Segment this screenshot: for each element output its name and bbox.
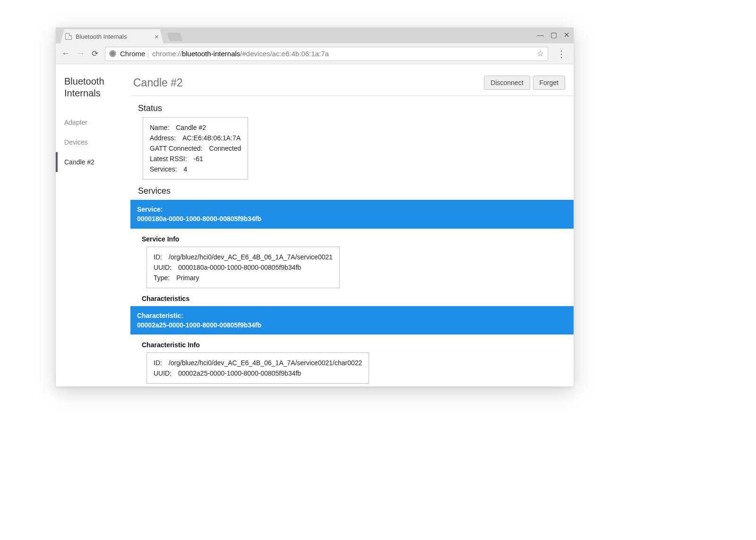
char-header-uuid: 00002a25-0000-1000-8000-00805f9b34fb [137, 321, 261, 329]
status-name-value: Candle #2 [176, 124, 206, 131]
sidebar-title-l2: Internals [64, 88, 101, 98]
new-tab-button[interactable] [167, 33, 183, 41]
url-prefix: chrome:// [152, 50, 182, 58]
reload-button[interactable]: ⟳ [92, 49, 98, 59]
characteristic-header[interactable]: Characteristic: 00002a25-0000-1000-8000-… [130, 306, 574, 335]
service-uuid-value: 0000180a-0000-1000-8000-00805f9b34fb [178, 264, 301, 271]
service-info-box: ID:/org/bluez/hci0/dev_AC_E6_4B_06_1A_7A… [146, 247, 340, 288]
chrome-menu-icon[interactable]: ⋮ [555, 48, 568, 60]
services-heading: Services [130, 180, 574, 200]
char-info-heading: Characteristic Info [130, 334, 574, 352]
status-address-value: AC:E6:4B:06:1A:7A [182, 134, 241, 142]
toolbar: ← → ⟳ Chrome chrome://bluetooth-internal… [56, 43, 574, 64]
char-info-box: ID:/org/bluez/hci0/dev_AC_E6_4B_06_1A_7A… [146, 352, 369, 384]
service-info-heading: Service Info [130, 229, 574, 247]
service-type-label: Type: [154, 274, 170, 282]
sidebar-item-candle[interactable]: Candle #2 [56, 152, 130, 172]
status-gatt-value: Connected [209, 145, 241, 152]
service-uuid-label: UUID: [154, 264, 172, 271]
forward-button[interactable]: → [77, 49, 85, 59]
characteristics-heading: Characteristics [130, 288, 574, 306]
service-header-uuid: 0000180a-0000-1000-8000-00805f9b34fb [137, 215, 261, 223]
sidebar-item-devices[interactable]: Devices [56, 132, 130, 152]
forget-button[interactable]: Forget [533, 76, 565, 90]
site-info-icon[interactable] [109, 50, 116, 57]
browser-window: Bluetooth Internals × — ▢ ✕ ← → ⟳ Chrome… [56, 27, 574, 386]
status-box: Name:Candle #2 Address:AC:E6:4B:06:1A:7A… [143, 117, 248, 180]
service-type-value: Primary [176, 274, 199, 282]
url-scheme: Chrome [120, 50, 145, 58]
back-button[interactable]: ← [61, 49, 70, 59]
tab-strip: Bluetooth Internals × — ▢ ✕ [56, 27, 574, 43]
status-services-value: 4 [184, 165, 188, 173]
minimize-icon[interactable]: — [537, 31, 544, 38]
sidebar-title: Bluetooth Internals [56, 76, 130, 112]
service-id-value: /org/bluez/hci0/dev_AC_E6_4B_06_1A_7A/se… [169, 253, 333, 261]
url-host: bluetooth-internals [182, 50, 240, 58]
sidebar-title-l1: Bluetooth [64, 76, 104, 86]
char-uuid-label: UUID: [154, 369, 172, 377]
service-header-label: Service: [137, 206, 163, 213]
sidebar: Bluetooth Internals Adapter Devices Cand… [56, 64, 130, 386]
disconnect-button[interactable]: Disconnect [484, 76, 530, 90]
separator [148, 50, 148, 58]
scroll-area: Status Name:Candle #2 Address:AC:E6:4B:0… [130, 96, 574, 386]
browser-tab[interactable]: Bluetooth Internals × [60, 29, 163, 43]
file-icon [65, 33, 72, 40]
close-window-icon[interactable]: ✕ [564, 31, 570, 38]
window-controls: — ▢ ✕ [537, 31, 570, 38]
char-id-label: ID: [154, 359, 162, 367]
status-name-label: Name: [150, 124, 169, 131]
sidebar-item-label: Candle #2 [64, 158, 94, 166]
page-title: Candle #2 [133, 77, 183, 89]
status-services-label: Services: [150, 165, 177, 173]
service-id-label: ID: [154, 253, 162, 261]
sidebar-item-adapter[interactable]: Adapter [56, 112, 130, 132]
url-suffix: /#devices/ac:e6:4b:06:1a:7a [240, 50, 329, 58]
char-id-value: /org/bluez/hci0/dev_AC_E6_4B_06_1A_7A/se… [169, 359, 362, 367]
bookmark-star-icon[interactable]: ☆ [537, 49, 544, 59]
status-address-label: Address: [150, 134, 176, 142]
status-rssi-label: Latest RSSI: [150, 155, 187, 163]
properties-heading: Properties [130, 384, 574, 386]
maximize-icon[interactable]: ▢ [550, 31, 557, 38]
page-header: Candle #2 Disconnect Forget [130, 64, 574, 96]
header-buttons: Disconnect Forget [484, 76, 565, 90]
sidebar-item-label: Adapter [64, 119, 87, 126]
address-bar[interactable]: Chrome chrome://bluetooth-internals/#dev… [105, 47, 548, 61]
status-heading: Status [130, 96, 574, 117]
tab-title: Bluetooth Internals [76, 33, 127, 40]
char-uuid-value: 00002a25-0000-1000-8000-00805f9b34fb [178, 369, 301, 377]
main: Candle #2 Disconnect Forget Status Name:… [130, 64, 574, 386]
status-gatt-label: GATT Connected: [150, 145, 203, 152]
service-header[interactable]: Service: 0000180a-0000-1000-8000-00805f9… [130, 200, 574, 229]
page-content: Bluetooth Internals Adapter Devices Cand… [56, 64, 574, 386]
close-tab-icon[interactable]: × [155, 33, 159, 40]
status-rssi-value: -61 [194, 155, 203, 163]
sidebar-item-label: Devices [64, 138, 88, 146]
char-header-label: Characteristic: [137, 312, 183, 319]
